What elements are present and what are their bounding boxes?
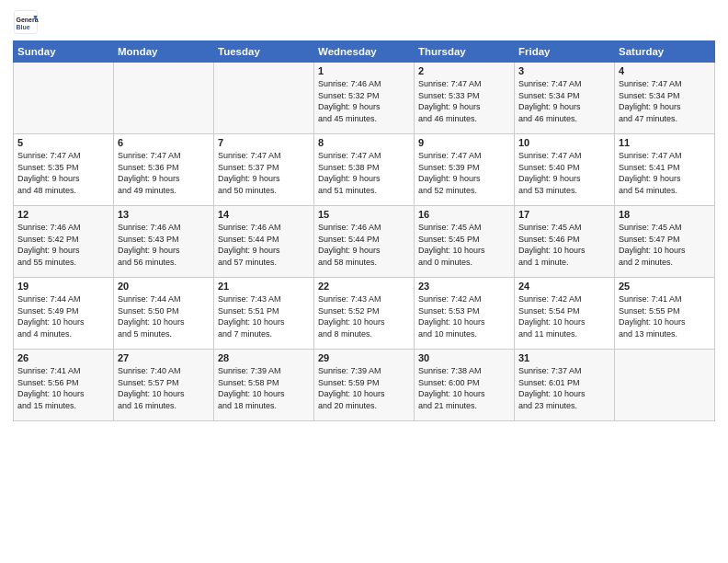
- calendar-cell: 12Sunrise: 7:46 AM Sunset: 5:42 PM Dayli…: [14, 206, 114, 278]
- day-number: 1: [318, 65, 410, 76]
- weekday-header-saturday: Saturday: [615, 41, 715, 63]
- calendar-cell: [114, 63, 214, 134]
- cell-info: Sunrise: 7:47 AM Sunset: 5:38 PM Dayligh…: [318, 150, 410, 196]
- weekday-header-friday: Friday: [515, 41, 615, 63]
- logo-icon: General Blue: [13, 9, 39, 35]
- day-number: 10: [518, 137, 610, 148]
- day-number: 22: [318, 281, 410, 292]
- cell-info: Sunrise: 7:46 AM Sunset: 5:44 PM Dayligh…: [318, 222, 410, 268]
- calendar-cell: 5Sunrise: 7:47 AM Sunset: 5:35 PM Daylig…: [14, 134, 114, 206]
- calendar-cell: 24Sunrise: 7:42 AM Sunset: 5:54 PM Dayli…: [515, 278, 615, 350]
- calendar-cell: 3Sunrise: 7:47 AM Sunset: 5:34 PM Daylig…: [515, 63, 615, 134]
- cell-info: Sunrise: 7:47 AM Sunset: 5:35 PM Dayligh…: [17, 150, 109, 196]
- calendar-cell: 6Sunrise: 7:47 AM Sunset: 5:36 PM Daylig…: [114, 134, 214, 206]
- day-number: 17: [518, 209, 610, 220]
- day-number: 28: [218, 352, 310, 363]
- calendar-week-5: 26Sunrise: 7:41 AM Sunset: 5:56 PM Dayli…: [14, 350, 715, 421]
- calendar-cell: 27Sunrise: 7:40 AM Sunset: 5:57 PM Dayli…: [114, 350, 214, 421]
- calendar-week-4: 19Sunrise: 7:44 AM Sunset: 5:49 PM Dayli…: [14, 278, 715, 350]
- day-number: 18: [619, 209, 711, 220]
- calendar-cell: 18Sunrise: 7:45 AM Sunset: 5:47 PM Dayli…: [615, 206, 715, 278]
- cell-info: Sunrise: 7:47 AM Sunset: 5:41 PM Dayligh…: [619, 150, 711, 196]
- day-number: 25: [619, 281, 711, 292]
- cell-info: Sunrise: 7:46 AM Sunset: 5:43 PM Dayligh…: [118, 222, 210, 268]
- calendar-cell: 8Sunrise: 7:47 AM Sunset: 5:38 PM Daylig…: [314, 134, 415, 206]
- cell-info: Sunrise: 7:42 AM Sunset: 5:53 PM Dayligh…: [418, 293, 510, 339]
- cell-info: Sunrise: 7:45 AM Sunset: 5:46 PM Dayligh…: [518, 222, 610, 268]
- calendar-cell: 14Sunrise: 7:46 AM Sunset: 5:44 PM Dayli…: [214, 206, 314, 278]
- weekday-header-tuesday: Tuesday: [214, 41, 314, 63]
- cell-info: Sunrise: 7:44 AM Sunset: 5:50 PM Dayligh…: [118, 293, 210, 339]
- day-number: 27: [118, 352, 210, 363]
- calendar-cell: 23Sunrise: 7:42 AM Sunset: 5:53 PM Dayli…: [415, 278, 515, 350]
- weekday-header-sunday: Sunday: [14, 41, 114, 63]
- day-number: 3: [518, 65, 610, 76]
- cell-info: Sunrise: 7:41 AM Sunset: 5:56 PM Dayligh…: [17, 365, 109, 411]
- calendar-cell: 9Sunrise: 7:47 AM Sunset: 5:39 PM Daylig…: [415, 134, 515, 206]
- day-number: 6: [118, 137, 210, 148]
- calendar-cell: 28Sunrise: 7:39 AM Sunset: 5:58 PM Dayli…: [214, 350, 314, 421]
- calendar-week-3: 12Sunrise: 7:46 AM Sunset: 5:42 PM Dayli…: [14, 206, 715, 278]
- weekday-header-monday: Monday: [114, 41, 214, 63]
- cell-info: Sunrise: 7:43 AM Sunset: 5:52 PM Dayligh…: [318, 293, 410, 339]
- calendar-cell: 29Sunrise: 7:39 AM Sunset: 5:59 PM Dayli…: [314, 350, 415, 421]
- cell-info: Sunrise: 7:47 AM Sunset: 5:34 PM Dayligh…: [518, 78, 610, 124]
- day-number: 4: [619, 65, 711, 76]
- cell-info: Sunrise: 7:38 AM Sunset: 6:00 PM Dayligh…: [418, 365, 510, 411]
- cell-info: Sunrise: 7:47 AM Sunset: 5:33 PM Dayligh…: [418, 78, 510, 124]
- cell-info: Sunrise: 7:46 AM Sunset: 5:32 PM Dayligh…: [318, 78, 410, 124]
- calendar-cell: 1Sunrise: 7:46 AM Sunset: 5:32 PM Daylig…: [314, 63, 415, 134]
- calendar-week-1: 1Sunrise: 7:46 AM Sunset: 5:32 PM Daylig…: [14, 63, 715, 134]
- calendar-cell: 31Sunrise: 7:37 AM Sunset: 6:01 PM Dayli…: [515, 350, 615, 421]
- day-number: 20: [118, 281, 210, 292]
- calendar-cell: 7Sunrise: 7:47 AM Sunset: 5:37 PM Daylig…: [214, 134, 314, 206]
- logo: General Blue: [13, 9, 43, 35]
- calendar-cell: [14, 63, 114, 134]
- calendar-body: 1Sunrise: 7:46 AM Sunset: 5:32 PM Daylig…: [14, 63, 715, 421]
- calendar-week-2: 5Sunrise: 7:47 AM Sunset: 5:35 PM Daylig…: [14, 134, 715, 206]
- day-number: 16: [418, 209, 510, 220]
- day-number: 8: [318, 137, 410, 148]
- cell-info: Sunrise: 7:46 AM Sunset: 5:42 PM Dayligh…: [17, 222, 109, 268]
- calendar-cell: 16Sunrise: 7:45 AM Sunset: 5:45 PM Dayli…: [415, 206, 515, 278]
- calendar-cell: [214, 63, 314, 134]
- cell-info: Sunrise: 7:46 AM Sunset: 5:44 PM Dayligh…: [218, 222, 310, 268]
- cell-info: Sunrise: 7:43 AM Sunset: 5:51 PM Dayligh…: [218, 293, 310, 339]
- day-number: 19: [17, 281, 109, 292]
- calendar-cell: 11Sunrise: 7:47 AM Sunset: 5:41 PM Dayli…: [615, 134, 715, 206]
- calendar-cell: 4Sunrise: 7:47 AM Sunset: 5:34 PM Daylig…: [615, 63, 715, 134]
- cell-info: Sunrise: 7:37 AM Sunset: 6:01 PM Dayligh…: [518, 365, 610, 411]
- weekday-header-thursday: Thursday: [415, 41, 515, 63]
- cell-info: Sunrise: 7:47 AM Sunset: 5:36 PM Dayligh…: [118, 150, 210, 196]
- calendar-header: SundayMondayTuesdayWednesdayThursdayFrid…: [14, 41, 715, 63]
- day-number: 11: [619, 137, 711, 148]
- cell-info: Sunrise: 7:47 AM Sunset: 5:39 PM Dayligh…: [418, 150, 510, 196]
- calendar-cell: 10Sunrise: 7:47 AM Sunset: 5:40 PM Dayli…: [515, 134, 615, 206]
- day-number: 5: [17, 137, 109, 148]
- day-number: 29: [318, 352, 410, 363]
- calendar-cell: [615, 350, 715, 421]
- cell-info: Sunrise: 7:47 AM Sunset: 5:34 PM Dayligh…: [619, 78, 711, 124]
- calendar-cell: 30Sunrise: 7:38 AM Sunset: 6:00 PM Dayli…: [415, 350, 515, 421]
- cell-info: Sunrise: 7:40 AM Sunset: 5:57 PM Dayligh…: [118, 365, 210, 411]
- calendar-cell: 15Sunrise: 7:46 AM Sunset: 5:44 PM Dayli…: [314, 206, 415, 278]
- day-number: 13: [118, 209, 210, 220]
- day-number: 31: [518, 352, 610, 363]
- day-number: 26: [17, 352, 109, 363]
- cell-info: Sunrise: 7:45 AM Sunset: 5:47 PM Dayligh…: [619, 222, 711, 268]
- cell-info: Sunrise: 7:47 AM Sunset: 5:37 PM Dayligh…: [218, 150, 310, 196]
- calendar-cell: 21Sunrise: 7:43 AM Sunset: 5:51 PM Dayli…: [214, 278, 314, 350]
- calendar-cell: 13Sunrise: 7:46 AM Sunset: 5:43 PM Dayli…: [114, 206, 214, 278]
- calendar-cell: 2Sunrise: 7:47 AM Sunset: 5:33 PM Daylig…: [415, 63, 515, 134]
- page-header: General Blue: [13, 9, 715, 35]
- cell-info: Sunrise: 7:45 AM Sunset: 5:45 PM Dayligh…: [418, 222, 510, 268]
- calendar-cell: 22Sunrise: 7:43 AM Sunset: 5:52 PM Dayli…: [314, 278, 415, 350]
- day-number: 2: [418, 65, 510, 76]
- cell-info: Sunrise: 7:42 AM Sunset: 5:54 PM Dayligh…: [518, 293, 610, 339]
- day-number: 30: [418, 352, 510, 363]
- calendar-table: SundayMondayTuesdayWednesdayThursdayFrid…: [13, 40, 715, 421]
- day-number: 14: [218, 209, 310, 220]
- weekday-row: SundayMondayTuesdayWednesdayThursdayFrid…: [14, 41, 715, 63]
- day-number: 23: [418, 281, 510, 292]
- cell-info: Sunrise: 7:39 AM Sunset: 5:59 PM Dayligh…: [318, 365, 410, 411]
